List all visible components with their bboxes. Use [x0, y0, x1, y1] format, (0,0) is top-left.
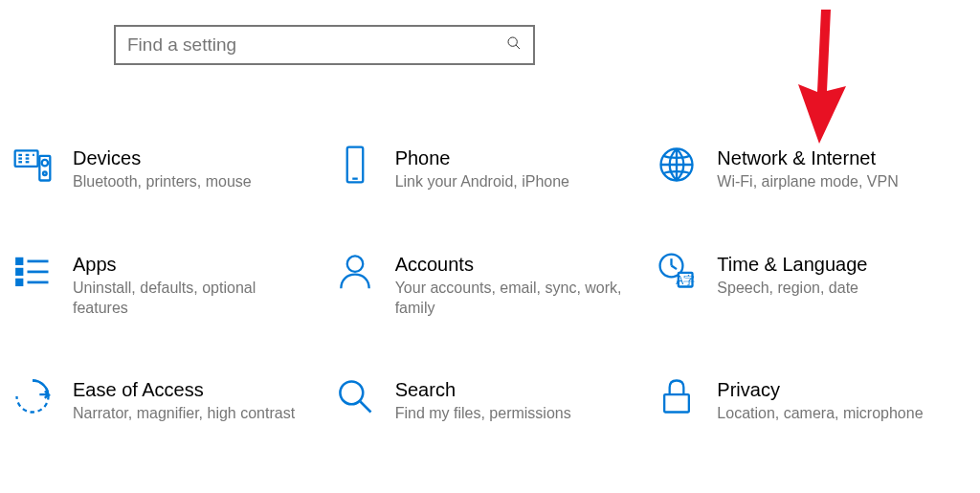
- tile-phone-text: Phone Link your Android, iPhone: [395, 144, 569, 192]
- tile-apps-text: Apps Uninstall, defaults, optional featu…: [73, 250, 315, 319]
- tile-subtitle: Your accounts, email, sync, work, family: [395, 279, 637, 319]
- tile-subtitle: Uninstall, defaults, optional features: [73, 279, 315, 319]
- svg-rect-32: [664, 395, 689, 413]
- tile-title: Accounts: [395, 254, 637, 276]
- globe-icon: [656, 144, 698, 186]
- tile-ease-of-access[interactable]: Ease of Access Narrator, magnifier, high…: [11, 375, 324, 424]
- tile-search-text: Search Find my files, permissions: [395, 375, 571, 424]
- tile-accounts[interactable]: Accounts Your accounts, email, sync, wor…: [334, 250, 647, 319]
- privacy-icon: [656, 375, 698, 417]
- time-language-icon: A字: [656, 250, 698, 292]
- svg-line-31: [360, 402, 370, 413]
- tile-title: Phone: [395, 147, 569, 169]
- tile-network-text: Network & Internet Wi-Fi, airplane mode,…: [717, 144, 898, 192]
- settings-grid: Devices Bluetooth, printers, mouse Phone…: [11, 144, 969, 424]
- svg-rect-18: [17, 258, 23, 264]
- tile-subtitle: Wi-Fi, airplane mode, VPN: [717, 172, 898, 192]
- tile-privacy[interactable]: Privacy Location, camera, microphone: [656, 375, 969, 424]
- search-icon: [506, 35, 522, 55]
- tile-subtitle: Speech, region, date: [717, 279, 867, 299]
- search-box[interactable]: [114, 25, 535, 65]
- tile-ease-text: Ease of Access Narrator, magnifier, high…: [73, 375, 295, 424]
- tile-subtitle: Location, camera, microphone: [717, 404, 923, 424]
- tile-accounts-text: Accounts Your accounts, email, sync, wor…: [395, 250, 637, 319]
- tile-apps[interactable]: Apps Uninstall, defaults, optional featu…: [11, 250, 324, 319]
- tile-search[interactable]: Search Find my files, permissions: [334, 375, 647, 424]
- svg-point-0: [508, 37, 517, 46]
- apps-icon: [11, 250, 54, 292]
- svg-line-27: [672, 265, 678, 269]
- tile-title: Network & Internet: [717, 147, 898, 169]
- svg-point-24: [346, 256, 363, 272]
- phone-icon: [334, 144, 376, 186]
- tile-title: Ease of Access: [73, 379, 295, 401]
- svg-line-1: [516, 45, 520, 49]
- annotation-arrow: [794, 10, 852, 144]
- tile-subtitle: Narrator, magnifier, high contrast: [73, 404, 295, 424]
- tile-phone[interactable]: Phone Link your Android, iPhone: [334, 144, 647, 192]
- tile-title: Time & Language: [717, 254, 867, 276]
- tile-subtitle: Bluetooth, printers, mouse: [73, 172, 252, 192]
- tile-network[interactable]: Network & Internet Wi-Fi, airplane mode,…: [656, 144, 969, 192]
- svg-rect-19: [17, 269, 23, 275]
- devices-icon: [11, 144, 54, 186]
- tile-title: Devices: [73, 147, 252, 169]
- tile-devices-text: Devices Bluetooth, printers, mouse: [73, 144, 252, 192]
- tile-subtitle: Find my files, permissions: [395, 404, 571, 424]
- svg-rect-13: [346, 147, 363, 183]
- search-input[interactable]: [127, 34, 506, 56]
- svg-point-11: [42, 160, 48, 166]
- svg-rect-20: [17, 280, 23, 285]
- tile-title: Apps: [73, 254, 315, 276]
- search-tile-icon: [334, 375, 376, 417]
- accounts-icon: [334, 250, 376, 292]
- tile-time-language[interactable]: A字 Time & Language Speech, region, date: [656, 250, 969, 319]
- tile-devices[interactable]: Devices Bluetooth, printers, mouse: [11, 144, 324, 192]
- ease-of-access-icon: [11, 375, 54, 417]
- tile-privacy-text: Privacy Location, camera, microphone: [717, 375, 923, 424]
- svg-point-12: [43, 171, 47, 175]
- tile-title: Privacy: [717, 379, 923, 401]
- tile-title: Search: [395, 379, 571, 401]
- tile-time-language-text: Time & Language Speech, region, date: [717, 250, 867, 299]
- svg-point-30: [340, 382, 363, 405]
- svg-text:A字: A字: [677, 274, 696, 287]
- tile-subtitle: Link your Android, iPhone: [395, 172, 569, 192]
